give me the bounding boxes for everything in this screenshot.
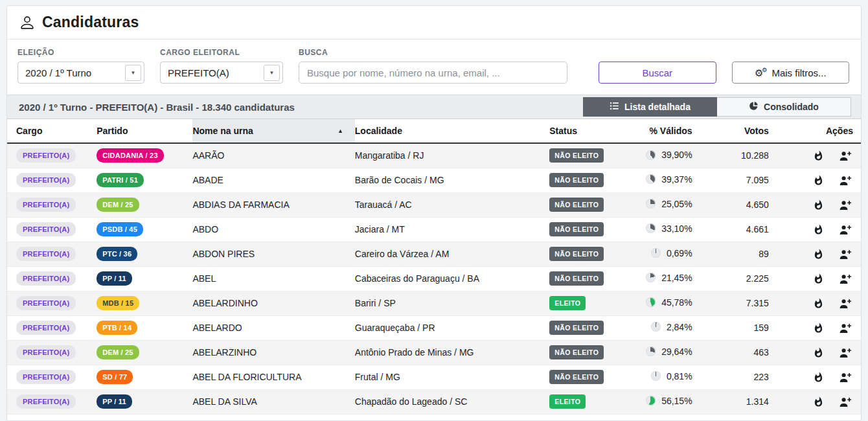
person-add-icon bbox=[839, 249, 852, 260]
locality: Barão de Cocais / MG bbox=[355, 168, 549, 192]
mais-filtros-button[interactable]: ⚙⚙ Mais filtros... bbox=[732, 62, 850, 84]
whatshot-button[interactable] bbox=[812, 395, 825, 409]
person-icon bbox=[19, 14, 36, 31]
party-badge: PTC / 36 bbox=[97, 247, 137, 261]
column-header-nome-na-urna[interactable]: Nome na urna ▲ bbox=[192, 119, 354, 143]
cargo-value: PREFEITO(A) bbox=[168, 67, 229, 78]
tab-label: Lista detalhada bbox=[624, 102, 691, 112]
add-person-button[interactable] bbox=[838, 198, 853, 212]
locality: Antônio Prado de Minas / MG bbox=[355, 340, 549, 365]
whatshot-button[interactable] bbox=[812, 272, 825, 286]
list-icon bbox=[610, 101, 619, 113]
percent-valid: 39,90% bbox=[661, 150, 692, 160]
eleicao-value: 2020 / 1º Turno bbox=[25, 67, 91, 78]
flame-icon bbox=[813, 249, 824, 260]
whatshot-button[interactable] bbox=[812, 247, 825, 261]
tab-consolidado[interactable]: Consolidado bbox=[717, 97, 851, 117]
whatshot-button[interactable] bbox=[812, 297, 825, 310]
whatshot-button[interactable] bbox=[812, 198, 825, 212]
cargo-badge: PREFEITO(A) bbox=[16, 247, 76, 261]
pie-chart-icon bbox=[749, 101, 759, 113]
add-person-button[interactable] bbox=[838, 174, 853, 187]
table-row: PREFEITO(A) PTB / 14 ABELARDO Guaraqueça… bbox=[7, 315, 861, 340]
status-badge: NÃO ELEITO bbox=[549, 198, 604, 212]
flame-icon bbox=[813, 298, 824, 309]
whatshot-button[interactable] bbox=[812, 346, 825, 359]
add-person-button[interactable] bbox=[838, 297, 853, 310]
eleicao-select[interactable]: 2020 / 1º Turno ▼ bbox=[17, 62, 144, 84]
cargo-select[interactable]: PREFEITO(A) ▼ bbox=[160, 62, 283, 84]
flame-icon bbox=[813, 150, 824, 161]
status-badge: NÃO ELEITO bbox=[549, 247, 604, 261]
candidate-name: ABADE bbox=[192, 168, 354, 192]
search-input[interactable] bbox=[299, 62, 567, 84]
person-add-icon bbox=[839, 175, 852, 186]
flame-icon bbox=[813, 372, 824, 383]
column-header-partido[interactable]: Partido bbox=[97, 119, 192, 143]
table-row: PREFEITO(A) SD / 77 ABEL DA FLORICULTURA… bbox=[7, 365, 861, 389]
flame-icon bbox=[813, 224, 824, 235]
tab-label: Consolidado bbox=[764, 102, 819, 112]
add-person-button[interactable] bbox=[838, 395, 853, 409]
sort-asc-icon: ▲ bbox=[337, 128, 343, 134]
flame-icon bbox=[813, 323, 824, 334]
locality: Mangaratiba / RJ bbox=[355, 143, 549, 168]
column-header-pct-validos[interactable]: % Válidos bbox=[627, 119, 708, 143]
whatshot-button[interactable] bbox=[812, 223, 825, 236]
chevron-down-icon[interactable]: ▼ bbox=[264, 65, 280, 81]
locality: Cabaceiras do Paraguaçu / BA bbox=[355, 266, 549, 291]
percent-pie-icon bbox=[646, 396, 656, 405]
whatshot-button[interactable] bbox=[812, 321, 825, 335]
votes: 7.095 bbox=[709, 168, 783, 192]
party-badge: DEM / 25 bbox=[97, 345, 139, 359]
votes: 463 bbox=[709, 340, 783, 365]
column-header-cargo[interactable]: Cargo bbox=[7, 119, 97, 143]
votes: 7.315 bbox=[709, 291, 783, 315]
status-badge: ELEITO bbox=[549, 394, 586, 409]
add-person-button[interactable] bbox=[838, 149, 853, 163]
person-add-icon bbox=[839, 298, 852, 309]
gears-icon: ⚙⚙ bbox=[755, 67, 768, 78]
locality: Guaraqueçaba / PR bbox=[355, 315, 549, 340]
busca-label: BUSCA bbox=[299, 48, 567, 57]
table-row: PREFEITO(A) PTC / 36 ABDON PIRES Careiro… bbox=[7, 242, 861, 266]
column-header-status[interactable]: Status bbox=[549, 119, 627, 143]
party-badge: PSDB / 45 bbox=[97, 222, 143, 236]
cargo-badge: PREFEITO(A) bbox=[16, 222, 76, 236]
table-row: PREFEITO(A) PP / 11 ABEL DA SILVA Chapad… bbox=[7, 389, 861, 414]
votes: 89 bbox=[709, 242, 783, 266]
percent-pie-icon bbox=[646, 347, 656, 356]
add-person-button[interactable] bbox=[838, 370, 853, 384]
whatshot-button[interactable] bbox=[812, 149, 825, 163]
tab-lista-detalhada[interactable]: Lista detalhada bbox=[583, 97, 717, 117]
percent-pie-icon bbox=[646, 223, 656, 233]
view-toggle: Lista detalhada Consolidado bbox=[583, 97, 851, 117]
add-person-button[interactable] bbox=[838, 223, 853, 236]
person-add-icon bbox=[839, 396, 852, 407]
party-badge: SD / 77 bbox=[97, 370, 133, 384]
buscar-button[interactable]: Buscar bbox=[599, 62, 716, 84]
add-person-button[interactable] bbox=[838, 346, 853, 359]
candidate-name: ABELARDO bbox=[192, 315, 354, 340]
whatshot-button[interactable] bbox=[812, 370, 825, 384]
column-header-votos[interactable]: Votos bbox=[709, 119, 783, 143]
locality: Chapadão do Lageado / SC bbox=[355, 389, 549, 414]
percent-pie-icon bbox=[651, 371, 661, 381]
column-header-localidade[interactable]: Localidade bbox=[355, 119, 549, 143]
locality: Careiro da Várzea / AM bbox=[355, 242, 549, 266]
table-row: PREFEITO(A) PP / 11 ABEL Cabaceiras do P… bbox=[7, 266, 861, 291]
cargo-badge: PREFEITO(A) bbox=[16, 394, 76, 409]
table-body: PREFEITO(A) CIDADANIA / 23 AARÃO Mangara… bbox=[7, 143, 861, 414]
percent-valid: 0,81% bbox=[667, 371, 692, 381]
add-person-button[interactable] bbox=[838, 321, 853, 335]
votes: 2.225 bbox=[709, 266, 783, 291]
table-row: PREFEITO(A) DEM / 25 ABELARZINHO Antônio… bbox=[7, 340, 861, 365]
person-add-icon bbox=[839, 347, 852, 358]
whatshot-button[interactable] bbox=[812, 174, 825, 187]
add-person-button[interactable] bbox=[838, 247, 853, 261]
cargo-badge: PREFEITO(A) bbox=[16, 321, 76, 335]
add-person-button[interactable] bbox=[838, 272, 853, 286]
chevron-down-icon[interactable]: ▼ bbox=[125, 65, 141, 81]
candidaturas-table: Cargo Partido Nome na urna ▲ Localidade … bbox=[7, 119, 861, 415]
flame-icon bbox=[813, 347, 824, 358]
